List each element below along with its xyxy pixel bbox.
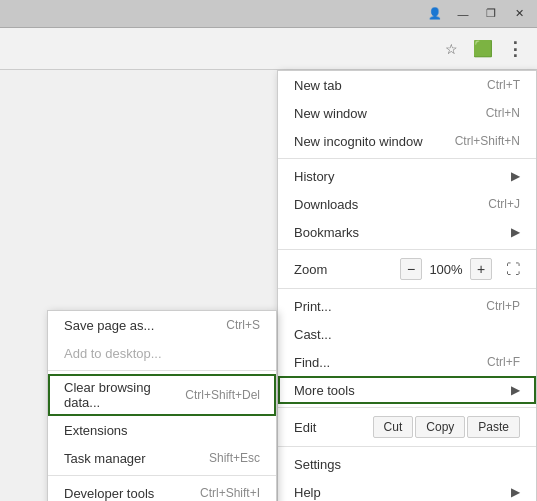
submenu-separator-1 xyxy=(48,370,276,371)
submenu-separator-2 xyxy=(48,475,276,476)
separator-5 xyxy=(278,446,536,447)
browser-chrome: ☆ 🟩 ⋮ xyxy=(0,28,537,70)
submenu-extensions[interactable]: Extensions xyxy=(48,416,276,444)
star-icon[interactable]: ☆ xyxy=(437,35,465,63)
menu-print[interactable]: Print... Ctrl+P xyxy=(278,292,536,320)
menu-find[interactable]: Find... Ctrl+F xyxy=(278,348,536,376)
menu-icon[interactable]: ⋮ xyxy=(501,35,529,63)
zoom-controls: − 100% + ⛶ xyxy=(400,258,520,280)
restore-button[interactable]: ❐ xyxy=(477,3,505,25)
submenu-save-page[interactable]: Save page as... Ctrl+S xyxy=(48,311,276,339)
separator-3 xyxy=(278,288,536,289)
submenu-task-manager[interactable]: Task manager Shift+Esc xyxy=(48,444,276,472)
title-bar: 👤 — ❐ ✕ xyxy=(0,0,537,28)
zoom-out-button[interactable]: − xyxy=(400,258,422,280)
zoom-value: 100% xyxy=(428,262,464,277)
copy-button[interactable]: Copy xyxy=(415,416,465,438)
menu-new-tab[interactable]: New tab Ctrl+T xyxy=(278,71,536,99)
edit-row: Edit Cut Copy Paste xyxy=(278,411,536,443)
separator-2 xyxy=(278,249,536,250)
profile-button[interactable]: 👤 xyxy=(421,3,449,25)
submenu-clear-browsing[interactable]: Clear browsing data... Ctrl+Shift+Del xyxy=(48,374,276,416)
zoom-in-button[interactable]: + xyxy=(470,258,492,280)
zoom-row: Zoom − 100% + ⛶ xyxy=(278,253,536,285)
menu-downloads[interactable]: Downloads Ctrl+J xyxy=(278,190,536,218)
cut-button[interactable]: Cut xyxy=(373,416,414,438)
extension-icon[interactable]: 🟩 xyxy=(469,35,497,63)
edit-buttons: Cut Copy Paste xyxy=(373,416,520,438)
menu-history[interactable]: History ▶ xyxy=(278,162,536,190)
menu-settings[interactable]: Settings xyxy=(278,450,536,478)
fullscreen-icon[interactable]: ⛶ xyxy=(506,261,520,277)
main-menu: New tab Ctrl+T New window Ctrl+N New inc… xyxy=(277,70,537,501)
submenu-add-desktop[interactable]: Add to desktop... xyxy=(48,339,276,367)
main-area: Save page as... Ctrl+S Add to desktop...… xyxy=(0,70,537,501)
paste-button[interactable]: Paste xyxy=(467,416,520,438)
menu-more-tools[interactable]: More tools ▶ xyxy=(278,376,536,404)
separator-1 xyxy=(278,158,536,159)
menu-new-incognito[interactable]: New incognito window Ctrl+Shift+N xyxy=(278,127,536,155)
menu-bookmarks[interactable]: Bookmarks ▶ xyxy=(278,218,536,246)
minimize-button[interactable]: — xyxy=(449,3,477,25)
menu-new-window[interactable]: New window Ctrl+N xyxy=(278,99,536,127)
menu-help[interactable]: Help ▶ xyxy=(278,478,536,501)
submenu-developer-tools[interactable]: Developer tools Ctrl+Shift+I xyxy=(48,479,276,501)
more-tools-submenu: Save page as... Ctrl+S Add to desktop...… xyxy=(47,310,277,501)
close-button[interactable]: ✕ xyxy=(505,3,533,25)
menu-cast[interactable]: Cast... xyxy=(278,320,536,348)
separator-4 xyxy=(278,407,536,408)
